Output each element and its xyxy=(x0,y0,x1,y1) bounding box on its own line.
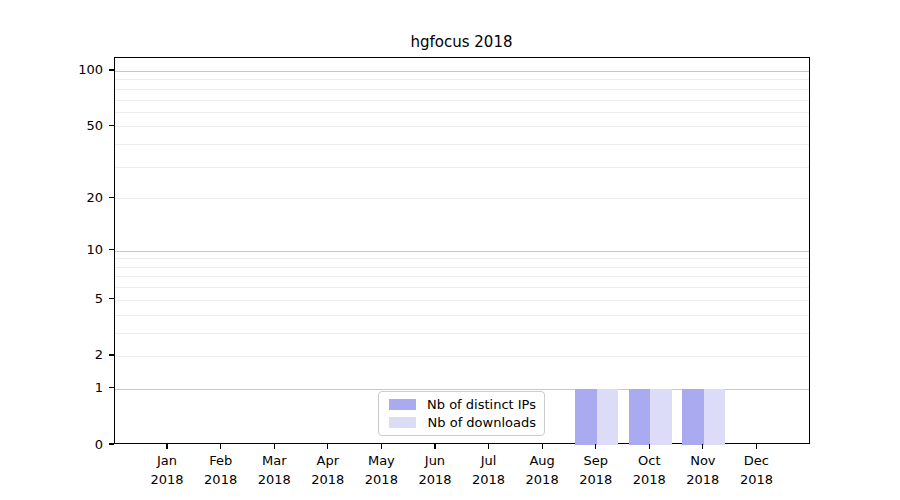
y-tick-mark xyxy=(109,249,114,250)
minor-gridline xyxy=(115,333,810,334)
minor-gridline xyxy=(115,112,810,113)
minor-gridline xyxy=(115,198,810,199)
x-tick-mark xyxy=(488,444,489,449)
legend: Nb of distinct IPs Nb of downloads xyxy=(378,391,545,436)
major-gridline xyxy=(115,71,810,72)
y-tick-label: 100 xyxy=(63,63,103,76)
x-tick-mark xyxy=(595,444,596,449)
figure: hgfocus 2018 Nb of distinct IPs Nb of do… xyxy=(0,0,900,500)
minor-gridline xyxy=(115,126,810,127)
minor-gridline xyxy=(115,315,810,316)
y-tick-label: 1 xyxy=(63,381,103,394)
y-tick-mark xyxy=(109,197,114,198)
legend-entry-downloads: Nb of downloads xyxy=(387,415,536,430)
legend-swatch-distinct-ips xyxy=(389,399,416,410)
minor-gridline xyxy=(115,167,810,168)
minor-gridline xyxy=(115,258,810,259)
x-tick-mark xyxy=(274,444,275,449)
y-tick-mark xyxy=(109,69,114,70)
major-gridline xyxy=(115,251,810,252)
y-tick-label: 20 xyxy=(63,191,103,204)
legend-entry-distinct-ips: Nb of distinct IPs xyxy=(387,397,536,412)
x-tick-mark xyxy=(327,444,328,449)
legend-label-distinct-ips: Nb of distinct IPs xyxy=(416,397,536,412)
y-tick-mark xyxy=(109,443,114,444)
x-tick-mark xyxy=(702,444,703,449)
y-tick-label: 5 xyxy=(63,292,103,305)
y-tick-label: 10 xyxy=(63,243,103,256)
minor-gridline xyxy=(115,79,810,80)
bar-distinct-ips-oct xyxy=(629,389,650,445)
minor-gridline xyxy=(115,144,810,145)
x-tick-mark xyxy=(542,444,543,449)
bar-distinct-ips-sep xyxy=(575,389,596,445)
y-tick-mark xyxy=(109,354,114,355)
x-tick-mark xyxy=(220,444,221,449)
x-tick-mark xyxy=(756,444,757,449)
minor-gridline xyxy=(115,276,810,277)
y-tick-label: 0 xyxy=(63,438,103,451)
x-tick-mark xyxy=(381,444,382,449)
legend-label-downloads: Nb of downloads xyxy=(416,415,536,430)
minor-gridline xyxy=(115,287,810,288)
minor-gridline xyxy=(115,300,810,301)
x-tick-mark xyxy=(649,444,650,449)
legend-swatch-downloads xyxy=(389,417,416,428)
x-tick-mark xyxy=(166,444,167,449)
bar-downloads-oct xyxy=(650,389,671,445)
y-tick-mark xyxy=(109,298,114,299)
chart-title: hgfocus 2018 xyxy=(113,33,810,51)
y-tick-label: 2 xyxy=(63,348,103,361)
bar-distinct-ips-nov xyxy=(682,389,703,445)
bar-downloads-sep xyxy=(597,389,618,445)
x-tick-mark xyxy=(434,444,435,449)
y-tick-mark xyxy=(109,125,114,126)
minor-gridline xyxy=(115,356,810,357)
minor-gridline xyxy=(115,89,810,90)
x-tick-label-dec: Dec 2018 xyxy=(721,452,791,490)
minor-gridline xyxy=(115,267,810,268)
y-tick-label: 50 xyxy=(63,119,103,132)
plot-area xyxy=(114,57,811,444)
bar-downloads-nov xyxy=(704,389,725,445)
minor-gridline xyxy=(115,100,810,101)
y-tick-mark xyxy=(109,387,114,388)
